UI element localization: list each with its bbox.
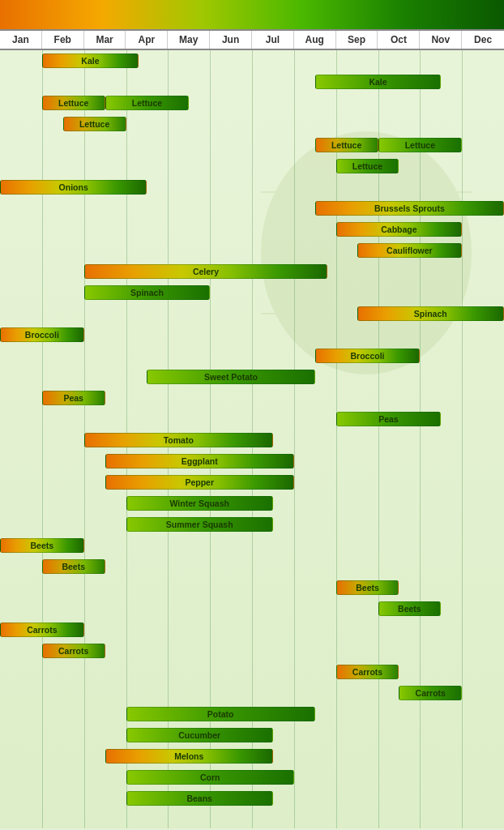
crop-row: Potato bbox=[0, 704, 504, 725]
crop-bar: Broccoli bbox=[315, 349, 421, 363]
crop-bar: Kale bbox=[315, 75, 442, 89]
crop-row: Peas bbox=[0, 409, 504, 430]
month-dec: Dec bbox=[462, 31, 504, 49]
crop-row: Kale bbox=[0, 50, 504, 71]
crop-bar: Carrots bbox=[399, 686, 462, 700]
crop-row: Carrots bbox=[0, 640, 504, 661]
legend-bar bbox=[0, 0, 504, 29]
crop-row: Melons bbox=[0, 746, 504, 767]
crop-bar: Lettuce bbox=[336, 159, 399, 173]
crop-row: Beans bbox=[0, 788, 504, 809]
crop-bar: Lettuce bbox=[42, 96, 105, 110]
crop-bar: Peas bbox=[336, 412, 442, 426]
crop-bar: Brussels Sprouts bbox=[315, 201, 504, 216]
crop-bar: Carrots bbox=[336, 665, 399, 679]
crop-bar: Carrots bbox=[42, 644, 105, 658]
crop-bar: Beets bbox=[0, 538, 84, 553]
crop-row: Tomato bbox=[0, 430, 504, 451]
crop-row: LettuceLettuce bbox=[0, 92, 504, 113]
crop-row: LettuceLettuce bbox=[0, 135, 504, 156]
crop-row: Winter Squash bbox=[0, 493, 504, 514]
crop-bar: Tomato bbox=[84, 433, 273, 447]
month-apr: Apr bbox=[126, 31, 168, 49]
crop-bar: Corn bbox=[126, 770, 294, 785]
crop-bar: Spinach bbox=[84, 285, 211, 300]
month-mar: Mar bbox=[84, 31, 126, 49]
crop-row: Beets bbox=[0, 535, 504, 556]
crop-bar: Carrots bbox=[0, 622, 84, 637]
crop-row: Broccoli bbox=[0, 324, 504, 345]
crop-row: Sweet Potato bbox=[0, 366, 504, 387]
crop-bar: Lettuce bbox=[63, 117, 126, 131]
crop-bar: Sweet Potato bbox=[147, 370, 314, 384]
crop-bar: Spinach bbox=[357, 306, 504, 321]
crop-bar: Melons bbox=[105, 749, 273, 764]
crop-bar: Summer Squash bbox=[126, 517, 273, 532]
crop-bar: Lettuce bbox=[378, 138, 463, 152]
month-nov: Nov bbox=[420, 31, 462, 49]
month-jun: Jun bbox=[210, 31, 252, 49]
crop-row: Cucumber bbox=[0, 725, 504, 746]
crop-row: Spinach bbox=[0, 303, 504, 324]
crop-row: Eggplant bbox=[0, 451, 504, 472]
crop-bar: Eggplant bbox=[105, 454, 294, 468]
crop-row: Beets bbox=[0, 598, 504, 619]
crop-row: Kale bbox=[0, 71, 504, 92]
crop-bar: Onions bbox=[0, 180, 147, 195]
crop-bar: Beets bbox=[378, 601, 442, 616]
month-sep: Sep bbox=[336, 31, 378, 49]
month-jul: Jul bbox=[252, 31, 294, 49]
crop-bar: Celery bbox=[84, 264, 328, 279]
crop-row: Spinach bbox=[0, 282, 504, 303]
crop-bar: Kale bbox=[42, 53, 139, 68]
month-oct: Oct bbox=[378, 31, 420, 49]
crop-bar: Beets bbox=[42, 559, 105, 574]
crop-bar: Cauliflower bbox=[357, 243, 463, 258]
crop-row: Corn bbox=[0, 767, 504, 788]
crop-bar: Peas bbox=[42, 391, 105, 405]
crop-bar: Lettuce bbox=[315, 138, 378, 152]
crop-row: Beets bbox=[0, 556, 504, 577]
crop-bar: Beets bbox=[336, 580, 399, 595]
crop-row: Lettuce bbox=[0, 113, 504, 135]
crop-bar: Potato bbox=[126, 707, 315, 721]
crop-row: Onions bbox=[0, 177, 504, 198]
crop-row: Pepper bbox=[0, 472, 504, 493]
crop-bar: Cabbage bbox=[336, 222, 463, 237]
crop-bar: Pepper bbox=[105, 475, 294, 490]
month-feb: Feb bbox=[42, 31, 84, 49]
crop-bar: Winter Squash bbox=[126, 496, 273, 511]
crop-row: Brussels Sprouts bbox=[0, 198, 504, 219]
crop-row: Carrots bbox=[0, 661, 504, 682]
chart-area: KaleKaleLettuceLettuceLettuceLettuceLett… bbox=[0, 50, 504, 828]
crop-row: Beets bbox=[0, 577, 504, 598]
crop-row: Carrots bbox=[0, 619, 504, 640]
crop-row: Celery bbox=[0, 261, 504, 282]
month-jan: Jan bbox=[0, 31, 42, 49]
crop-row: Cauliflower bbox=[0, 240, 504, 261]
crop-bar: Cucumber bbox=[126, 728, 273, 742]
month-may: May bbox=[168, 31, 210, 49]
crop-row: Peas bbox=[0, 387, 504, 409]
month-header: JanFebMarAprMayJunJulAugSepOctNovDec bbox=[0, 29, 504, 50]
crop-bar: Broccoli bbox=[0, 327, 84, 342]
crop-row: Summer Squash bbox=[0, 514, 504, 535]
crop-bar: Lettuce bbox=[105, 96, 190, 110]
crop-row: Cabbage bbox=[0, 219, 504, 240]
crop-row: Carrots bbox=[0, 682, 504, 704]
month-aug: Aug bbox=[294, 31, 336, 49]
crop-row: Broccoli bbox=[0, 345, 504, 366]
crop-bar: Beans bbox=[126, 791, 273, 806]
crop-row: Lettuce bbox=[0, 156, 504, 177]
